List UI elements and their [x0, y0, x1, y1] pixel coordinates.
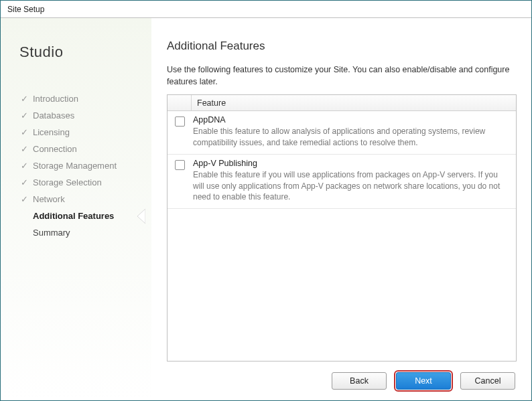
step-introduction[interactable]: ✓ Introduction: [19, 90, 145, 107]
feature-name: AppDNA: [193, 115, 511, 125]
page-title: Additional Features: [167, 39, 517, 53]
grid-body: AppDNA Enable this feature to allow anal…: [168, 111, 516, 361]
feature-name: App-V Publishing: [193, 159, 511, 168]
grid-header-checkbox-col: [168, 95, 192, 110]
next-button[interactable]: Next: [396, 372, 451, 390]
step-network[interactable]: ✓ Network: [19, 191, 145, 208]
step-label: Storage Selection: [33, 177, 102, 187]
wizard-steps: ✓ Introduction ✓ Databases ✓ Licensing ✓…: [19, 90, 145, 241]
wizard-sidebar: Studio ✓ Introduction ✓ Databases ✓ Lice…: [1, 18, 151, 401]
step-storage-management[interactable]: ✓ Storage Management: [19, 157, 145, 174]
wizard-buttons: Back Next Cancel: [167, 362, 517, 392]
content-area: Studio ✓ Introduction ✓ Databases ✓ Lice…: [1, 18, 531, 401]
checkmark-icon: ✓: [19, 110, 29, 121]
step-summary[interactable]: Summary: [19, 224, 145, 241]
checkmark-icon: ✓: [19, 127, 29, 137]
checkmark-icon: ✓: [19, 194, 29, 204]
feature-row-appdna: AppDNA Enable this feature to allow anal…: [168, 111, 516, 155]
checkmark-icon: ✓: [19, 94, 29, 104]
step-licensing[interactable]: ✓ Licensing: [19, 124, 145, 141]
brand-title: Studio: [19, 44, 145, 61]
checkmark-icon: ✓: [19, 144, 29, 154]
grid-header: Feature: [168, 95, 516, 111]
feature-description: Enable this feature to allow analysis of…: [193, 126, 511, 149]
step-connection[interactable]: ✓ Connection: [19, 141, 145, 157]
feature-checkbox-appdna[interactable]: [175, 116, 185, 127]
checkmark-icon: ✓: [19, 177, 29, 187]
step-label: Storage Management: [33, 161, 117, 171]
feature-row-appv: App-V Publishing Enable this feature if …: [168, 155, 516, 209]
step-label: Databases: [33, 110, 74, 121]
features-grid: Feature AppDNA Enable this feature to al…: [167, 94, 517, 362]
step-label: Connection: [33, 144, 77, 154]
step-databases[interactable]: ✓ Databases: [19, 107, 145, 124]
step-additional-features[interactable]: Additional Features: [19, 208, 145, 224]
feature-description: Enable this feature if you will use appl…: [193, 169, 511, 203]
current-step-indicator-icon: [136, 209, 145, 224]
feature-checkbox-appv[interactable]: [175, 160, 185, 170]
page-intro: Use the following features to customize …: [167, 64, 517, 88]
step-label: Summary: [33, 228, 70, 238]
window-title: Site Setup: [7, 5, 44, 14]
grid-header-feature: Feature: [192, 95, 516, 110]
window-titlebar: Site Setup: [1, 1, 531, 18]
step-storage-selection[interactable]: ✓ Storage Selection: [19, 174, 145, 191]
step-label: Introduction: [33, 94, 78, 104]
cancel-button[interactable]: Cancel: [460, 372, 515, 390]
checkmark-icon: ✓: [19, 161, 29, 171]
step-label: Network: [33, 194, 65, 204]
back-button[interactable]: Back: [332, 372, 387, 390]
main-panel: Additional Features Use the following fe…: [151, 18, 531, 401]
step-label: Licensing: [33, 127, 70, 137]
step-label: Additional Features: [33, 211, 114, 221]
